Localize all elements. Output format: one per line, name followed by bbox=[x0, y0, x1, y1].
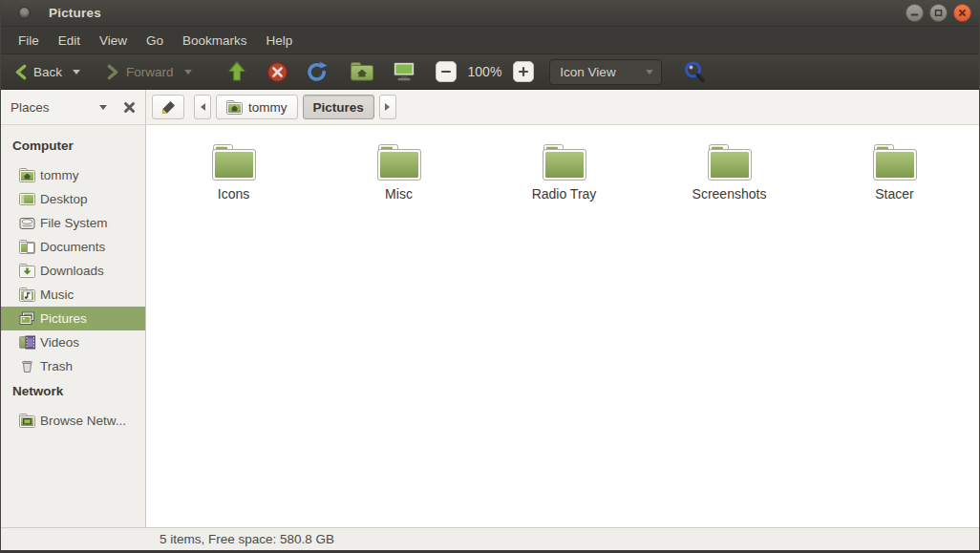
desktop-icon bbox=[392, 61, 416, 82]
search-button[interactable] bbox=[679, 58, 711, 86]
crumb-label: Pictures bbox=[313, 100, 364, 115]
window-icon[interactable] bbox=[18, 7, 31, 19]
menu-edit[interactable]: Edit bbox=[49, 30, 90, 52]
sidebar-item-label: Trash bbox=[40, 359, 73, 373]
sidebar-item-music[interactable]: Music bbox=[1, 283, 145, 307]
sidebar-item-browse-network[interactable]: Browse Netw... bbox=[1, 409, 145, 433]
trash-icon bbox=[19, 359, 35, 373]
file-manager-window: Pictures File Edit View Go Bookmarks Hel… bbox=[0, 0, 980, 553]
sidebar-item-pictures[interactable]: Pictures bbox=[1, 307, 145, 330]
minimize-icon bbox=[909, 8, 920, 18]
view-mode-select[interactable]: Icon View bbox=[549, 59, 662, 85]
maximize-button[interactable] bbox=[929, 4, 948, 22]
zoom-in-icon bbox=[518, 66, 529, 77]
folder-label: Stacer bbox=[875, 186, 913, 202]
folder-label: Icons bbox=[218, 186, 249, 202]
next-crumb-button[interactable] bbox=[379, 95, 396, 119]
zoom-level: 100% bbox=[468, 64, 502, 79]
icon-view: Icons Misc Radio Tray bbox=[146, 125, 979, 527]
close-button[interactable] bbox=[953, 4, 971, 22]
forward-label: Forward bbox=[126, 65, 174, 79]
sidebar-header-network: Network bbox=[1, 378, 145, 403]
menu-help[interactable]: Help bbox=[257, 30, 303, 52]
sidebar-item-documents[interactable]: Documents bbox=[1, 235, 145, 259]
file-system-icon bbox=[19, 216, 35, 230]
sidebar-item-label: Pictures bbox=[40, 311, 87, 326]
sidebar-item-label: Desktop bbox=[40, 192, 88, 206]
places-sidebar: Computer tommy Desktop File System bbox=[1, 125, 146, 527]
forward-button[interactable]: Forward bbox=[101, 60, 198, 84]
zoom-out-button[interactable] bbox=[436, 61, 457, 82]
crumb-zone: tommy Pictures bbox=[146, 95, 396, 119]
close-pane-button[interactable] bbox=[120, 98, 138, 116]
places-dropdown-label[interactable]: Places bbox=[11, 100, 50, 115]
desktop-button[interactable] bbox=[388, 59, 420, 84]
content-row: Computer tommy Desktop File System bbox=[1, 125, 979, 527]
toolbar: Back Forward bbox=[1, 53, 979, 90]
sidebar-item-label: Browse Netw... bbox=[40, 414, 126, 428]
folder-item-radio-tray[interactable]: Radio Tray bbox=[481, 140, 647, 202]
home-folder-icon bbox=[19, 168, 35, 182]
folder-icon bbox=[872, 143, 918, 181]
downloads-folder-icon bbox=[19, 264, 35, 278]
sidebar-item-label: Music bbox=[40, 287, 74, 302]
edit-path-button[interactable] bbox=[152, 95, 184, 119]
places-zone: Places bbox=[1, 90, 146, 124]
window-title: Pictures bbox=[49, 6, 101, 20]
forward-chevron-icon bbox=[107, 64, 119, 80]
sidebar-header-computer: Computer bbox=[1, 133, 145, 158]
sidebar-item-desktop[interactable]: Desktop bbox=[1, 187, 145, 211]
crumb-pictures[interactable]: Pictures bbox=[303, 95, 374, 119]
desktop-icon bbox=[19, 192, 35, 206]
menu-go[interactable]: Go bbox=[137, 30, 173, 52]
titlebar: Pictures bbox=[1, 0, 979, 27]
sidebar-item-videos[interactable]: Videos bbox=[1, 330, 145, 354]
back-button[interactable]: Back bbox=[9, 60, 86, 84]
sidebar-item-tommy[interactable]: tommy bbox=[1, 163, 145, 187]
close-pane-icon bbox=[123, 101, 136, 114]
forward-history-caret-icon[interactable] bbox=[184, 70, 192, 74]
statusbar: 5 items, Free space: 580.8 GB bbox=[1, 527, 979, 550]
maximize-icon bbox=[933, 8, 944, 18]
status-text: 5 items, Free space: 580.8 GB bbox=[160, 532, 334, 546]
sidebar-item-downloads[interactable]: Downloads bbox=[1, 259, 145, 283]
menu-bookmarks[interactable]: Bookmarks bbox=[173, 30, 257, 52]
sidebar-item-file-system[interactable]: File System bbox=[1, 211, 145, 235]
places-caret-icon[interactable] bbox=[99, 105, 107, 110]
menu-file[interactable]: File bbox=[9, 30, 49, 52]
sidebar-item-label: Downloads bbox=[40, 264, 104, 278]
minimize-button[interactable] bbox=[905, 4, 924, 22]
home-folder-icon bbox=[226, 100, 243, 115]
pathbar: Places bbox=[1, 90, 979, 125]
folder-item-icons[interactable]: Icons bbox=[151, 140, 316, 202]
folder-icon bbox=[542, 143, 587, 181]
folder-item-stacer[interactable]: Stacer bbox=[812, 140, 977, 202]
sidebar-item-trash[interactable]: Trash bbox=[1, 354, 145, 378]
network-folder-icon bbox=[19, 414, 35, 428]
view-mode-value: Icon View bbox=[560, 65, 646, 79]
folder-item-screenshots[interactable]: Screenshots bbox=[647, 140, 812, 202]
zoom-out-icon bbox=[440, 66, 452, 77]
folder-label: Misc bbox=[385, 186, 413, 202]
back-history-caret-icon[interactable] bbox=[73, 70, 80, 74]
folder-label: Radio Tray bbox=[532, 186, 597, 202]
folder-item-misc[interactable]: Misc bbox=[316, 140, 481, 202]
refresh-button[interactable] bbox=[302, 58, 332, 85]
videos-folder-icon bbox=[19, 335, 35, 350]
menu-view[interactable]: View bbox=[90, 30, 137, 52]
sidebar-item-label: Videos bbox=[40, 335, 79, 350]
crumb-tommy[interactable]: tommy bbox=[216, 95, 298, 119]
stop-button[interactable] bbox=[263, 59, 292, 85]
home-button[interactable] bbox=[346, 59, 378, 84]
back-label: Back bbox=[33, 65, 62, 79]
up-arrow-icon bbox=[226, 60, 247, 83]
close-icon bbox=[957, 8, 968, 18]
pictures-folder-icon bbox=[19, 311, 35, 326]
folder-icon bbox=[211, 143, 257, 181]
edit-path-icon bbox=[160, 99, 176, 116]
next-crumb-icon bbox=[385, 103, 390, 111]
home-folder-icon bbox=[350, 61, 374, 82]
up-button[interactable] bbox=[223, 58, 251, 85]
prev-crumb-button[interactable] bbox=[194, 95, 211, 119]
zoom-in-button[interactable] bbox=[513, 61, 534, 82]
